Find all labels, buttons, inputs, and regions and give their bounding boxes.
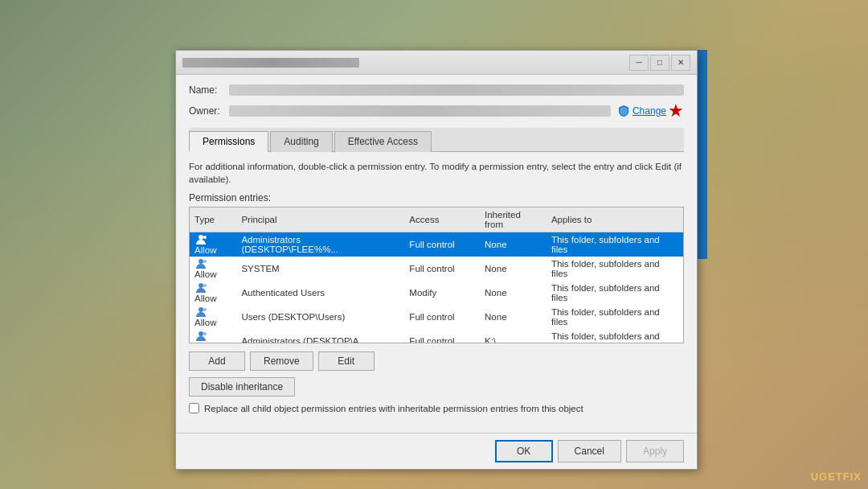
cell-principal: Administrators (DESKTOP\A...: [236, 329, 404, 343]
owner-label: Owner:: [189, 105, 229, 117]
svg-point-8: [199, 331, 203, 336]
table-row[interactable]: Allow Administrators (DESKTOP\FLEE%%... …: [190, 232, 683, 257]
apply-button[interactable]: Apply: [626, 440, 684, 462]
cell-access: Full control: [404, 257, 480, 281]
tabs-container: Permissions Auditing Effective Access: [189, 128, 684, 152]
cell-type: Allow: [190, 232, 236, 257]
dialog-footer: OK Cancel Apply: [176, 433, 697, 469]
svg-point-5: [203, 284, 207, 287]
col-applies: Applies to: [547, 208, 683, 232]
cell-type: Allow: [190, 281, 236, 305]
cell-principal: Authenticated Users: [236, 281, 404, 305]
name-row: Name:: [189, 84, 684, 96]
table-row[interactable]: Allow Authenticated Users Modify None Th…: [190, 281, 683, 305]
table-row[interactable]: Allow Administrators (DESKTOP\A... Full …: [190, 329, 683, 343]
action-buttons-row: Add Remove Edit: [189, 351, 684, 371]
title-bar-controls: ─ □ ✕: [629, 55, 690, 71]
col-type: Type: [190, 208, 236, 232]
svg-point-0: [199, 235, 203, 240]
table-header: Type Principal Access Inherited from App…: [190, 208, 683, 232]
title-text-blurred: [182, 58, 359, 68]
cell-applies: This folder, subfolders and files: [547, 232, 683, 257]
cancel-button[interactable]: Cancel: [558, 440, 621, 462]
col-principal: Principal: [236, 208, 404, 232]
title-bar: ─ □ ✕: [176, 51, 697, 75]
change-label: Change: [633, 105, 666, 117]
owner-row: Owner: Change ★: [189, 102, 684, 120]
title-bar-text: [182, 57, 629, 68]
cell-inherited: None: [480, 281, 547, 305]
restore-button[interactable]: □: [650, 55, 669, 71]
tab-permissions[interactable]: Permissions: [189, 131, 268, 152]
section-label: Permission entries:: [189, 192, 684, 203]
info-text: For additional information, double-click…: [189, 160, 684, 186]
name-label: Name:: [189, 84, 229, 96]
disable-inheritance-button[interactable]: Disable inheritance: [189, 377, 295, 397]
cell-applies: This folder, subfolders and files: [547, 281, 683, 305]
svg-point-3: [203, 260, 207, 263]
blue-accent-bar: [698, 50, 707, 259]
cell-access: Modify: [404, 281, 480, 305]
change-link[interactable]: Change: [617, 105, 666, 117]
cell-principal: Administrators (DESKTOP\FLEE%%...: [236, 232, 404, 257]
close-button[interactable]: ✕: [671, 55, 690, 71]
table-row[interactable]: Allow SYSTEM Full control None This fold…: [190, 257, 683, 281]
cell-applies: This folder, subfolders and files: [547, 329, 683, 343]
col-inherited: Inherited from: [480, 208, 547, 232]
svg-point-1: [203, 236, 207, 239]
name-value: [229, 84, 684, 96]
svg-point-7: [203, 308, 207, 311]
svg-point-9: [203, 332, 207, 335]
table-body: Allow Administrators (DESKTOP\FLEE%%... …: [190, 232, 683, 344]
tab-auditing[interactable]: Auditing: [270, 131, 332, 152]
cell-access: Full control: [404, 232, 480, 257]
svg-point-2: [199, 259, 203, 264]
cell-type: Allow: [190, 329, 236, 343]
owner-value: [229, 105, 611, 117]
ok-button[interactable]: OK: [495, 440, 553, 462]
replace-checkbox-label: Replace all child object permission entr…: [204, 404, 583, 413]
cell-access: Full control: [404, 305, 480, 329]
remove-button[interactable]: Remove: [250, 351, 313, 371]
permission-table-container[interactable]: Type Principal Access Inherited from App…: [189, 207, 684, 343]
tab-effective-access[interactable]: Effective Access: [334, 131, 432, 152]
cell-type: Allow: [190, 305, 236, 329]
cell-principal: Users (DESKTOP\Users): [236, 305, 404, 329]
minimize-button[interactable]: ─: [629, 55, 649, 71]
table-row[interactable]: Allow Users (DESKTOP\Users) Full control…: [190, 305, 683, 329]
edit-button[interactable]: Edit: [318, 351, 375, 371]
dialog-body: Name: Owner: Change ★ Permissions Auditi…: [176, 75, 697, 433]
cell-access: Full control: [404, 329, 480, 343]
permission-table: Type Principal Access Inherited from App…: [190, 208, 683, 343]
table-header-row: Type Principal Access Inherited from App…: [190, 208, 683, 232]
svg-point-6: [199, 307, 203, 312]
col-access: Access: [404, 208, 480, 232]
replace-checkbox-row: Replace all child object permission entr…: [189, 403, 684, 413]
cell-applies: This folder, subfolders and files: [547, 257, 683, 281]
cell-inherited: None: [480, 305, 547, 329]
cell-applies: This folder, subfolders and files: [547, 305, 683, 329]
svg-point-4: [199, 283, 203, 288]
shield-icon: [617, 105, 630, 117]
cell-inherited: None: [480, 257, 547, 281]
cell-type: Allow: [190, 257, 236, 281]
cell-inherited: K:\: [480, 329, 547, 343]
watermark: UGETFIX: [811, 471, 862, 483]
advanced-security-dialog: ─ □ ✕ Name: Owner: Change ★: [175, 50, 698, 470]
cell-principal: SYSTEM: [236, 257, 404, 281]
replace-checkbox[interactable]: [189, 403, 199, 413]
cell-inherited: None: [480, 232, 547, 257]
add-button[interactable]: Add: [189, 351, 245, 371]
star-annotation: ★: [668, 102, 684, 120]
